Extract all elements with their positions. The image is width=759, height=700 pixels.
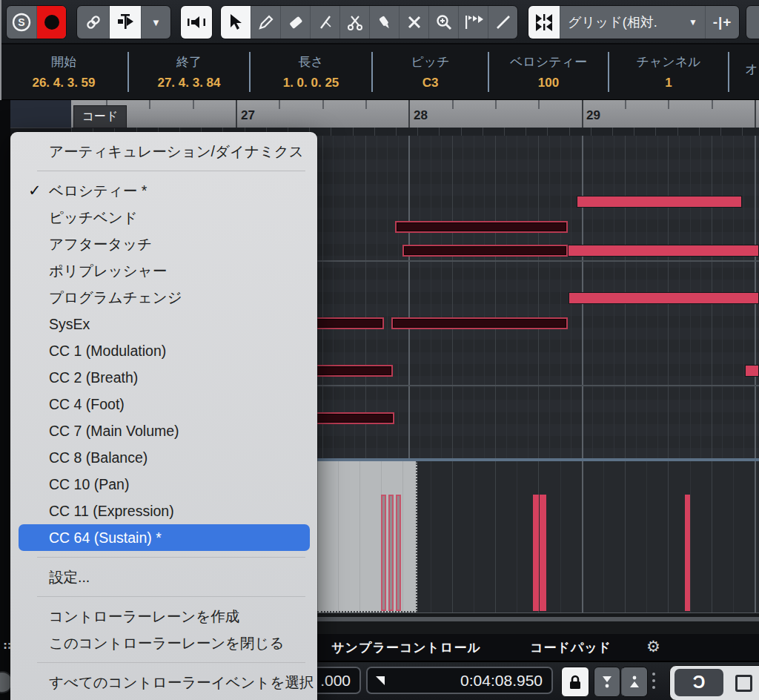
ruler-beat-tick	[193, 100, 194, 109]
dot-triangle-up-icon	[629, 675, 640, 690]
grid-beat-line	[495, 136, 496, 459]
solo-button[interactable]: S	[7, 6, 36, 39]
info-field-value[interactable]: 26. 4. 3. 59	[32, 76, 95, 90]
grid-beat-line	[538, 136, 539, 459]
menu-item-20[interactable]: このコントローラーレーンを閉じる	[10, 630, 317, 656]
ruler-beat-tick	[149, 100, 150, 109]
menu-item-17[interactable]: 設定...	[10, 564, 317, 590]
lock-button[interactable]	[561, 667, 589, 697]
info-field-value[interactable]: 1	[665, 76, 672, 90]
tools-group	[220, 5, 518, 39]
lane-selection-region[interactable]	[317, 461, 417, 612]
stop-icon[interactable]	[735, 675, 752, 692]
menu-item-8[interactable]: CC 1 (Modulation)	[10, 337, 317, 364]
info-field-0[interactable]: 開始 26. 4. 3. 59	[0, 44, 127, 99]
grid-type-dropdown[interactable]: グリッド(相対. ▼	[560, 6, 705, 39]
menu-item-22[interactable]: すべてのコントローラーイベントを選択	[10, 669, 317, 696]
menu-item-7[interactable]: SysEx	[10, 311, 317, 337]
menu-item-2[interactable]: ✓ベロシティー *	[10, 177, 317, 204]
draw-tool-button[interactable]	[251, 6, 280, 39]
info-field-3[interactable]: ピッチ C3	[373, 44, 488, 99]
grid-bar-line	[755, 136, 756, 459]
pencil-icon	[258, 14, 274, 30]
info-field-value[interactable]: 27. 4. 3. 84	[157, 76, 220, 90]
insert-velocity-down-button[interactable]	[594, 667, 620, 697]
glue-tool-button[interactable]	[369, 6, 399, 39]
insert-velocity-up-button[interactable]	[621, 667, 648, 697]
grid-beat-line	[712, 136, 712, 459]
menu-item-label: ピッチベンド	[49, 208, 138, 228]
split-tool-button[interactable]	[339, 6, 369, 39]
menu-item-11[interactable]: CC 7 (Main Volume)	[10, 417, 317, 444]
menu-item-label: コントローラーレーンを作成	[49, 607, 239, 627]
menu-item-label: ポリプレッシャー	[49, 261, 167, 281]
line-tool-button[interactable]	[488, 6, 517, 39]
tab-chord-pad[interactable]: コードパッド	[523, 634, 619, 661]
ruler-bar-number: 28	[414, 108, 428, 123]
info-line: 開始 26. 4. 3. 59終了 27. 4. 3. 84長さ 1. 0. 0…	[0, 44, 759, 100]
grid-beat-line	[495, 461, 496, 612]
grid-beat-line	[452, 136, 453, 459]
partial-toolbar-group	[746, 5, 759, 39]
info-field-5[interactable]: チャンネル 1	[609, 44, 728, 99]
record-button[interactable]	[36, 6, 66, 39]
select-tool-button[interactable]	[221, 6, 251, 39]
autoscroll-options-button[interactable]: ▼	[141, 6, 170, 39]
menu-item-14[interactable]: CC 11 (Expression)	[10, 498, 317, 524]
snap-button[interactable]	[528, 6, 560, 39]
chord-track-label[interactable]: コード	[73, 105, 127, 128]
link-editors-button[interactable]	[77, 6, 109, 39]
menu-item-5[interactable]: ポリプレッシャー	[10, 257, 317, 284]
solo-icon: S	[12, 13, 31, 32]
menu-item-3[interactable]: ピッチベンド	[10, 204, 317, 231]
menu-item-13[interactable]: CC 10 (Pan)	[10, 471, 317, 498]
info-field-value[interactable]: 1. 0. 0. 25	[283, 76, 339, 90]
info-field-value[interactable]: 100	[538, 76, 559, 90]
grid-type-label: グリッド(相対.	[568, 13, 657, 31]
comp-tool-button[interactable]	[458, 6, 488, 39]
grid-sub-line	[603, 461, 604, 612]
menu-item-6[interactable]: プログラムチェンジ	[10, 284, 317, 311]
menu-item-19[interactable]: コントローラーレーンを作成	[10, 603, 317, 630]
grid-sub-line	[700, 136, 701, 459]
trim-tool-button[interactable]	[310, 6, 339, 39]
glue-icon	[376, 13, 394, 31]
menu-item-0[interactable]: アーティキュレーション/ダイナミクス	[10, 138, 317, 165]
grid-sub-line	[420, 136, 420, 459]
erase-tool-button[interactable]	[280, 6, 310, 39]
midi-editor-window: S	[0, 0, 759, 700]
partial-toolbar-button[interactable]	[746, 6, 759, 39]
grid-sub-line	[431, 136, 431, 459]
menu-item-label: SysEx	[49, 316, 90, 333]
tab-sampler-control[interactable]: サンプラーコントロール	[324, 634, 488, 661]
menu-item-4[interactable]: アフタータッチ	[10, 231, 317, 257]
record-icon	[44, 15, 59, 30]
menu-separator	[37, 171, 305, 171]
autoscroll-button[interactable]	[109, 6, 141, 39]
info-field-label: ベロシティー	[510, 53, 587, 70]
info-field-1[interactable]: 終了 27. 4. 3. 84	[129, 44, 249, 99]
acoustic-feedback-button[interactable]	[181, 6, 212, 39]
ruler-bar-line	[755, 100, 756, 128]
line-icon	[495, 14, 511, 30]
menu-item-15[interactable]: CC 64 (Sustain) *	[19, 524, 310, 551]
quantize-nudge-button[interactable]: -|+	[705, 6, 739, 39]
checkmark-icon: ✓	[28, 182, 42, 199]
info-field-6[interactable]: オ	[729, 44, 759, 99]
zoom-tool-button[interactable]	[428, 6, 458, 39]
gear-icon[interactable]: ⚙	[646, 638, 660, 656]
tab-chordpad-label: コードパッド	[530, 639, 611, 656]
menu-item-12[interactable]: CC 8 (Balance)	[10, 444, 317, 471]
menu-item-9[interactable]: CC 2 (Breath)	[10, 364, 317, 391]
grid-sub-line	[560, 461, 561, 612]
mute-tool-button[interactable]	[399, 6, 428, 39]
info-field-4[interactable]: ベロシティー 100	[489, 44, 608, 99]
time-display-field[interactable]: 0:04:08.950	[366, 667, 553, 694]
menu-item-10[interactable]: CC 4 (Foot)	[10, 391, 317, 417]
loop-button[interactable]: Ɔ	[675, 669, 723, 696]
more-options-icon[interactable]	[652, 673, 655, 689]
info-field-2[interactable]: 長さ 1. 0. 0. 25	[251, 44, 371, 99]
info-field-value[interactable]: C3	[422, 76, 439, 90]
info-field-label: 開始	[51, 53, 76, 70]
menu-item-label: CC 64 (Sustain) *	[49, 529, 162, 547]
